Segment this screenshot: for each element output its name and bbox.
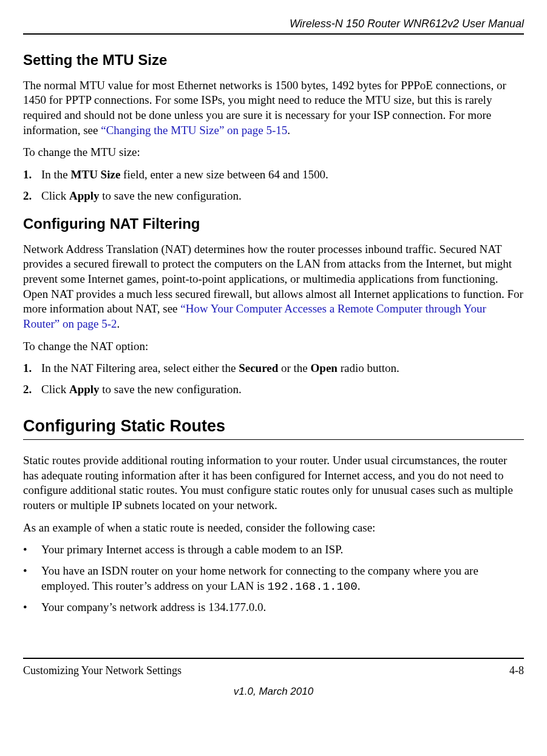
bullet-text: Your primary Internet access is through …	[41, 542, 343, 558]
text: to save the new configuration.	[100, 383, 242, 396]
bold-text: Secured	[239, 362, 278, 374]
text: .	[117, 317, 120, 330]
bold-text: MTU Size	[71, 168, 121, 181]
text: to save the new configuration.	[100, 189, 242, 202]
page-footer: Customizing Your Network Settings 4-8 v1…	[23, 658, 524, 698]
nat-paragraph-1: Network Address Translation (NAT) determ…	[23, 242, 524, 332]
step-text: Click Apply to save the new configuratio…	[41, 382, 242, 397]
nat-step-1: 1. In the NAT Filtering area, select eit…	[23, 361, 524, 376]
mtu-heading: Setting the MTU Size	[23, 50, 524, 69]
bold-text: Open	[311, 362, 338, 374]
text: or the	[278, 362, 310, 374]
static-routes-paragraph-1: Static routes provide additional routing…	[23, 453, 524, 513]
static-routes-heading: Configuring Static Routes	[23, 416, 524, 440]
mtu-step-1: 1. In the MTU Size field, enter a new si…	[23, 167, 524, 183]
footer-right: 4-8	[509, 664, 524, 678]
mtu-steps: 1. In the MTU Size field, enter a new si…	[23, 167, 524, 203]
bullet-item-3: • Your company’s network address is 134.…	[23, 600, 524, 615]
bullet-dot: •	[23, 542, 41, 558]
mtu-paragraph-1: The normal MTU value for most Ethernet n…	[23, 78, 524, 138]
bold-text: Apply	[69, 189, 100, 202]
text: In the	[41, 168, 71, 181]
static-routes-bullets: • Your primary Internet access is throug…	[23, 542, 524, 615]
mtu-paragraph-2: To change the MTU size:	[23, 145, 524, 160]
bold-text: Apply	[69, 383, 100, 396]
manual-title: Wireless-N 150 Router WNR612v2 User Manu…	[290, 18, 524, 30]
footer-left: Customizing Your Network Settings	[23, 664, 182, 678]
nat-heading: Configuring NAT Filtering	[23, 214, 524, 233]
step-text: Click Apply to save the new configuratio…	[41, 189, 242, 204]
step-number: 1.	[23, 167, 41, 183]
text: In the NAT Filtering area, select either…	[41, 362, 239, 374]
bullet-item-1: • Your primary Internet access is throug…	[23, 542, 524, 558]
bullet-dot: •	[23, 600, 41, 615]
text: Click	[41, 383, 69, 396]
page-header: Wireless-N 150 Router WNR612v2 User Manu…	[23, 17, 524, 35]
text: .	[358, 579, 361, 592]
nat-step-2: 2. Click Apply to save the new configura…	[23, 382, 524, 397]
text: field, enter a new size between 64 and 1…	[120, 168, 328, 181]
text: radio button.	[338, 362, 399, 374]
static-routes-paragraph-2: As an example of when a static route is …	[23, 521, 524, 536]
nat-steps: 1. In the NAT Filtering area, select eit…	[23, 361, 524, 397]
footer-center: v1.0, March 2010	[23, 685, 524, 698]
bullet-text: Your company’s network address is 134.17…	[41, 600, 266, 615]
text: You have an ISDN router on your home net…	[41, 564, 478, 592]
mtu-link[interactable]: “Changing the MTU Size” on page 5-15	[101, 124, 287, 137]
step-text: In the NAT Filtering area, select either…	[41, 361, 399, 376]
step-number: 2.	[23, 382, 41, 397]
step-number: 2.	[23, 189, 41, 204]
nat-paragraph-2: To change the NAT option:	[23, 339, 524, 354]
step-number: 1.	[23, 361, 41, 376]
ip-address: 192.168.1.100	[267, 580, 357, 593]
bullet-text: You have an ISDN router on your home net…	[41, 564, 524, 594]
bullet-item-2: • You have an ISDN router on your home n…	[23, 564, 524, 594]
text: Click	[41, 189, 69, 202]
mtu-step-2: 2. Click Apply to save the new configura…	[23, 189, 524, 204]
step-text: In the MTU Size field, enter a new size …	[41, 167, 328, 183]
footer-row: Customizing Your Network Settings 4-8	[23, 658, 524, 678]
text: .	[287, 124, 290, 137]
bullet-dot: •	[23, 564, 41, 594]
